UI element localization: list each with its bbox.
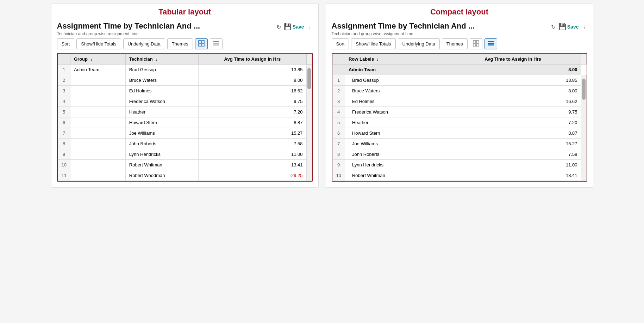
tabular-sort-button[interactable]: Sort [57,38,75,49]
technician-cell: Ed Holmes [125,86,199,96]
compact-compact-icon-button[interactable] [484,38,497,49]
compact-header-row: Row Labels ↓ Avg Time to Assign In Hrs [332,54,586,65]
compact-more-options-icon[interactable]: ⋮ [582,24,587,30]
technician-cell: Heather [345,117,445,128]
table-row: 6Howard Stern8.87 [58,117,312,128]
row-number: 3 [58,86,70,96]
table-row: 9Lynn Hendricks11.00 [58,149,312,160]
tabular-title-block: Assignment Time by Technician And ... Te… [57,22,200,36]
tabular-th-group[interactable]: Group ↓ [70,54,125,65]
row-number: 10 [332,170,345,181]
table-row: 11Robert Woodman-29.25 [58,170,312,181]
scrollbar-cell[interactable] [581,75,586,181]
row-number: 8 [332,149,345,160]
tabular-th-avg-time: Avg Time to Assign In Hrs [199,54,306,65]
table-row: 8John Roberts7.58 [332,149,586,160]
compact-th-avg-time: Avg Time to Assign In Hrs [445,54,581,65]
svg-rect-0 [199,41,201,43]
compact-save-icon: 💾 [558,23,566,31]
tabular-layout-title: Tabular layout [57,7,313,17]
tabular-show-hide-button[interactable]: Show/Hide Totals [76,38,121,49]
tabular-grid-icon-button[interactable] [195,38,208,49]
compact-themes-button[interactable]: Themes [442,38,468,49]
technician-cell: Ed Holmes [345,96,445,107]
tabular-compact-icon-button[interactable] [210,38,223,49]
tabular-th-technician[interactable]: Technician ↓ [125,54,199,65]
refresh-icon[interactable]: ↻ [276,24,281,30]
value-cell: 15.27 [445,139,581,149]
row-number: 1 [332,75,345,86]
tabular-save-button[interactable]: 💾 Save [284,23,304,31]
value-cell: 11.00 [199,149,306,160]
compact-grid-icon-button[interactable] [470,38,482,49]
table-row: 5Heather7.20 [58,107,312,117]
grid-icon [198,40,205,47]
row-number: 6 [332,128,345,139]
compact-underlying-button[interactable]: Underlying Data [398,38,440,49]
row-number: 2 [332,86,345,96]
table-row: 7Joe Williams15.27 [58,128,312,139]
value-cell: 16.62 [199,86,306,96]
technician-cell: Howard Stern [125,117,199,128]
value-cell: 7.58 [445,149,581,160]
table-row: 3Ed Holmes16.62 [58,86,312,96]
table-row: 9Lynn Hendricks11.00 [332,160,586,170]
svg-rect-11 [488,41,494,42]
row-number: 2 [58,75,70,86]
table-row: 1Admin TeamBrad Gessup13.85 [58,65,312,75]
technician-sort-arrow: ↓ [155,57,157,61]
svg-rect-3 [202,44,204,46]
value-cell: 8.00 [445,86,581,96]
table-row: 6Howard Stern8.87 [332,128,586,139]
compact-report-subtitle: Technician and group wise assignment tim… [332,31,475,36]
tabular-layout-section: Tabular layout Assignment Time by Techni… [51,4,319,188]
tabular-report-header: Assignment Time by Technician And ... Te… [57,22,313,36]
save-label: Save [293,24,304,30]
compact-refresh-icon[interactable]: ↻ [551,24,556,30]
value-cell: -29.25 [199,170,306,181]
technician-cell: Frederica Watson [345,107,445,117]
tabular-table-wrapper: Group ↓ Technician ↓ Avg Time to Assign … [57,53,313,182]
compact-grid-icon [473,40,479,47]
technician-cell: Lynn Hendricks [345,160,445,170]
svg-rect-5 [213,43,219,44]
group-cell [70,96,125,107]
value-cell: 8.87 [199,117,306,128]
compact-th-rownum [332,54,345,65]
table-row: 8John Roberts7.58 [58,139,312,149]
technician-cell: John Roberts [125,139,199,149]
technician-cell: Brad Gessup [125,65,199,75]
compact-sort-button[interactable]: Sort [332,38,349,49]
group-cell: Admin Team [70,65,125,75]
table-row: 4Frederica Watson9.75 [332,107,586,117]
technician-cell: Brad Gessup [345,75,445,86]
row-number: 1 [58,65,70,75]
group-cell [70,170,125,181]
row-labels-sort-arrow: ↓ [377,57,379,61]
compact-show-hide-button[interactable]: Show/Hide Totals [351,38,395,49]
technician-cell: Robert Whitman [125,160,199,170]
tabular-underlying-button[interactable]: Underlying Data [123,38,165,49]
group-cell [70,128,125,139]
compact-layout-section: Compact layout Assignment Time by Techni… [326,4,593,188]
more-options-icon[interactable]: ⋮ [307,24,313,30]
tabular-toolbar: Sort Show/Hide Totals Underlying Data Th… [57,38,313,49]
svg-rect-10 [476,44,479,46]
technician-cell: Frederica Watson [125,96,199,107]
svg-rect-1 [202,41,204,43]
group-header-row: Admin Team8.00 [332,65,586,75]
compact-tbody: Admin Team8.001Brad Gessup13.852Bruce Wa… [332,65,586,181]
table-row: 2Bruce Waters8.00 [58,75,312,86]
technician-cell: Bruce Waters [125,75,199,86]
compact-th-row-labels[interactable]: Row Labels ↓ [345,54,445,65]
compact-save-button[interactable]: 💾 Save [558,23,579,31]
group-cell [70,139,125,149]
value-cell: 13.41 [445,170,581,181]
scrollbar-cell[interactable] [306,65,312,181]
row-number: 11 [58,170,70,181]
svg-rect-2 [199,44,201,46]
row-number: 4 [58,96,70,107]
compact-layout-title: Compact layout [332,7,587,17]
svg-rect-4 [213,41,219,42]
tabular-themes-button[interactable]: Themes [167,38,193,49]
